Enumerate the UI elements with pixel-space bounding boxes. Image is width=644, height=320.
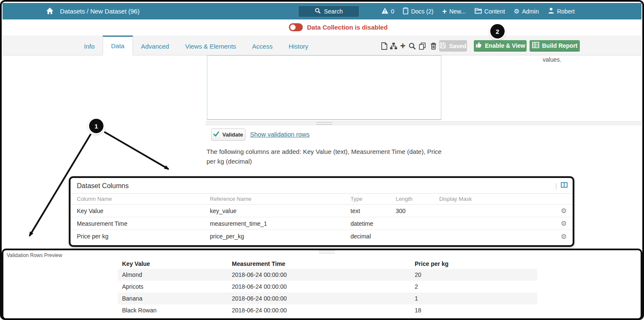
sitemap-icon[interactable] — [389, 42, 398, 50]
tab-info[interactable]: Info — [76, 36, 103, 55]
gear-icon: ⚙ — [514, 8, 519, 14]
pane-resizer[interactable] — [206, 121, 641, 125]
col-header-measurement-time: Measurement Time — [228, 260, 410, 267]
enable-view-button-label: Enable & View — [485, 42, 525, 49]
show-validation-rows-link[interactable]: Show validation rows — [250, 131, 310, 138]
table-row: Measurement Time measurement_time_1 date… — [71, 217, 573, 230]
cell-price: 1 — [410, 295, 537, 302]
report-table-icon — [532, 42, 539, 49]
resize-grip-icon[interactable] — [319, 251, 335, 253]
docs-label: Docs (2) — [411, 8, 433, 15]
cell-reference-name: price_per_kg — [210, 233, 351, 240]
row-settings-gear-icon[interactable]: ⚙ — [536, 207, 573, 215]
document-icon[interactable] — [380, 42, 389, 50]
cell-type: text — [351, 208, 396, 214]
dataset-columns-title-row: Dataset Columns | — [71, 178, 573, 194]
copy-icon[interactable] — [418, 42, 427, 50]
build-report-button[interactable]: Build Report — [530, 40, 580, 52]
col-header-name[interactable]: Column Name — [71, 196, 210, 202]
help-text-fragment: values. — [543, 56, 561, 63]
table-row: Key Value key_value text 300 ⚙ — [71, 205, 573, 217]
cell-key-value: Banana — [118, 295, 228, 302]
search-icon — [315, 8, 321, 15]
dataset-columns-title: Dataset Columns — [77, 182, 129, 190]
data-collection-toggle[interactable] — [289, 23, 303, 31]
top-nav-right: 0 Docs (2) + New... Content ⚙ Admin — [381, 3, 575, 19]
col-header-key-value: Key Value — [118, 260, 228, 267]
table-row: Almond 2018-06-24 00:00:00 20 — [118, 269, 537, 281]
annotation-badge-2: 2 — [490, 24, 505, 38]
build-report-button-label: Build Report — [542, 42, 578, 49]
trash-icon[interactable] — [429, 42, 437, 50]
table-row: Banana 2018-06-24 00:00:00 1 — [118, 293, 537, 304]
cell-key-value: Almond — [118, 271, 228, 278]
nav-user[interactable]: Robert — [548, 7, 575, 15]
nav-new[interactable]: + New... — [442, 8, 465, 15]
table-row: Apricots 2018-06-24 00:00:00 2 — [118, 281, 537, 293]
tab-views-elements[interactable]: Views & Elements — [177, 36, 244, 55]
cell-price: 20 — [410, 271, 537, 278]
column-toggle-icon[interactable] — [561, 182, 568, 189]
saved-button-label: Saved — [449, 43, 466, 49]
enable-view-button[interactable]: Enable & View — [474, 40, 527, 52]
import-data-textarea[interactable] — [207, 55, 441, 120]
cell-measurement-time: 2018-06-24 00:00:00 — [228, 271, 410, 278]
nav-content[interactable]: Content — [475, 8, 505, 15]
data-collection-status-text: Data Collection is disabled — [307, 24, 388, 31]
tab-advanced[interactable]: Advanced — [133, 36, 177, 55]
row-settings-gear-icon[interactable]: ⚙ — [536, 232, 573, 241]
tab-access[interactable]: Access — [244, 36, 280, 55]
add-column-plus-icon[interactable]: + — [399, 42, 407, 50]
user-icon — [548, 7, 554, 15]
breadcrumb[interactable]: Datasets / New Dataset (96) — [60, 3, 139, 19]
nav-docs[interactable]: Docs (2) — [403, 7, 433, 16]
data-collection-banner: Data Collection is disabled — [3, 19, 641, 36]
cell-key-value: Apricots — [118, 283, 228, 290]
content-label: Content — [484, 8, 505, 15]
magnifier-icon[interactable] — [408, 42, 416, 50]
cell-length: 300 — [396, 208, 439, 214]
col-header-reference[interactable]: Reference Name — [210, 196, 351, 202]
search-button-label: Search — [324, 8, 342, 15]
dataset-columns-panel-tools: | — [555, 182, 568, 189]
saved-button[interactable]: Saved — [439, 40, 467, 52]
cell-column-name: Price per kg — [71, 233, 210, 240]
table-row: Black Rowan 2018-06-24 00:00:00 18 — [118, 304, 537, 316]
plus-icon: + — [442, 8, 447, 14]
cell-price: 2 — [410, 283, 537, 290]
validate-button-label: Validate — [222, 131, 243, 138]
resize-grip-icon[interactable] — [316, 122, 332, 125]
nav-alerts[interactable]: 0 — [381, 8, 394, 15]
cell-type: datetime — [351, 220, 396, 227]
user-name: Robert — [557, 8, 575, 15]
panel-tools-divider: | — [555, 182, 557, 189]
thumbs-up-icon — [475, 41, 482, 49]
cell-key-value: Black Rowan — [118, 307, 228, 314]
cell-column-name: Key Value — [71, 208, 210, 214]
cell-measurement-time: 2018-06-24 00:00:00 — [228, 307, 410, 314]
warning-icon — [381, 8, 389, 15]
top-nav-bar: Datasets / New Dataset (96) Search 0 Doc… — [3, 3, 641, 19]
col-header-length[interactable]: Length — [396, 196, 439, 202]
floppy-disk-icon — [440, 42, 446, 50]
validate-button[interactable]: Validate — [211, 129, 245, 141]
dataset-columns-header-row: Column Name Reference Name Type Length D… — [71, 194, 573, 205]
nav-admin[interactable]: ⚙ Admin — [514, 8, 539, 15]
col-header-mask[interactable]: Display Mask — [439, 196, 536, 202]
table-row: Price per kg price_per_kg decimal ⚙ — [71, 230, 573, 243]
app-window: Datasets / New Dataset (96) Search 0 Doc… — [0, 0, 644, 320]
cell-type: decimal — [351, 233, 396, 240]
home-icon[interactable] — [46, 7, 54, 17]
validation-preview-table: Key Value Measurement Time Price per kg … — [118, 259, 537, 316]
admin-label: Admin — [522, 8, 539, 15]
tab-data[interactable]: Data — [103, 36, 133, 55]
search-button[interactable]: Search — [298, 5, 359, 17]
row-settings-gear-icon[interactable]: ⚙ — [536, 219, 573, 227]
tabs: Info Data Advanced Views & Elements Acce… — [76, 36, 316, 55]
dataset-columns-panel: Dataset Columns | Column Name Reference … — [69, 176, 574, 247]
col-header-type[interactable]: Type — [351, 196, 396, 202]
cell-measurement-time: 2018-06-24 00:00:00 — [228, 283, 410, 290]
new-label: New... — [449, 8, 466, 15]
columns-added-note: The following columns are added: Key Val… — [207, 147, 449, 166]
tab-history[interactable]: History — [280, 36, 316, 55]
